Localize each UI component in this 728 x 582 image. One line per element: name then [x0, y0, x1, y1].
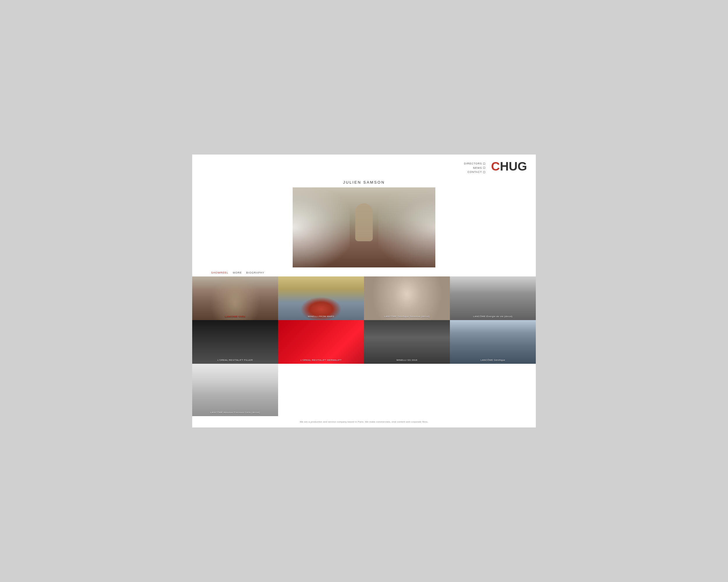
grid-row1: LANCOME UVEX MINELLI FROM MARS LANCÔME G… [192, 276, 536, 320]
logo[interactable]: C HUG [491, 160, 527, 172]
grid-item-lancome-energie[interactable]: LANCÔME Énergie de vie (dircut) [450, 276, 536, 320]
news-icon [483, 167, 485, 169]
tab-biography[interactable]: BIOGRAPHY [246, 271, 265, 274]
grid-item-lancome-uvex[interactable]: LANCOME UVEX [192, 276, 278, 320]
grid-bg-9 [192, 364, 278, 416]
tab-showreel[interactable]: SHOWREEL [211, 271, 229, 274]
grid-label-3: LANCÔME Génifique Sensitive (dircut) [364, 313, 450, 320]
logo-c: C [491, 160, 500, 172]
grid-row2: L'OREAL REVITALIFT FILLER L'OREAL REVITA… [192, 320, 536, 364]
nav-contact[interactable]: CONTACT [467, 170, 485, 174]
footer: We are a production and service company … [192, 416, 536, 427]
smoke-right [378, 187, 435, 268]
grid-item-loreal-dermalift[interactable]: L'OREAL REVITALIFT DERMALIFT [278, 320, 364, 364]
grid-item-lancome-gen[interactable]: LANCÔME Génifique [450, 320, 536, 364]
grid-item-lancome-gen-sens[interactable]: LANCÔME Génifique Sensitive (dircut) [364, 276, 450, 320]
news-label: NEWS [473, 166, 482, 170]
directors-icon [483, 163, 485, 165]
directors-label: DIRECTORS [464, 162, 482, 166]
grid-label-7: MINELLI SS 2016 [364, 357, 450, 363]
page-wrapper: DIRECTORS NEWS CONTACT C HUG JULIEN SAMS… [192, 155, 536, 427]
grid-label-9: LANCÔME Absolue Precious Cells (dircut) [192, 410, 278, 416]
smoke-left [293, 187, 350, 268]
header: DIRECTORS NEWS CONTACT C HUG [192, 155, 536, 177]
grid-item-minelli-ss[interactable]: MINELLI SS 2016 [364, 320, 450, 364]
grid-item-minelli-mars[interactable]: MINELLI FROM MARS [278, 276, 364, 320]
grid-item-loreal-filler[interactable]: L'OREAL REVITALIFT FILLER [192, 320, 278, 364]
grid-label-6: L'OREAL REVITALIFT DERMALIFT [278, 357, 364, 363]
grid-empty-row3 [278, 364, 536, 416]
logo-hug: HUG [500, 160, 527, 172]
grid-label-1: LANCOME UVEX [192, 313, 278, 320]
grid-label-5: L'OREAL REVITALIFT FILLER [192, 357, 278, 363]
nav-news[interactable]: NEWS [473, 166, 485, 170]
tab-more[interactable]: MORE [233, 271, 242, 274]
hero-scene [293, 187, 435, 268]
grid-label-4: LANCÔME Énergie de vie (dircut) [450, 313, 536, 320]
grid-item-lancome-row3[interactable]: LANCÔME Absolue Precious Cells (dircut) [192, 364, 278, 416]
director-name: JULIEN SAMSON [192, 180, 536, 185]
hero-video[interactable] [293, 187, 435, 268]
nav-links: DIRECTORS NEWS CONTACT [464, 162, 485, 174]
grid-label-2: MINELLI FROM MARS [278, 313, 364, 320]
contact-icon [483, 171, 485, 173]
figure [355, 203, 373, 241]
footer-text: We are a production and service company … [300, 420, 428, 423]
grid-label-8: LANCÔME Génifique [450, 357, 536, 363]
nav-directors[interactable]: DIRECTORS [464, 162, 485, 166]
hero-section: JULIEN SAMSON [192, 177, 536, 269]
tabs-section: SHOWREEL MORE BIOGRAPHY [192, 269, 536, 276]
contact-label: CONTACT [467, 170, 482, 174]
grid-row3: LANCÔME Absolue Precious Cells (dircut) [192, 364, 536, 416]
tabs: SHOWREEL MORE BIOGRAPHY [211, 271, 536, 274]
